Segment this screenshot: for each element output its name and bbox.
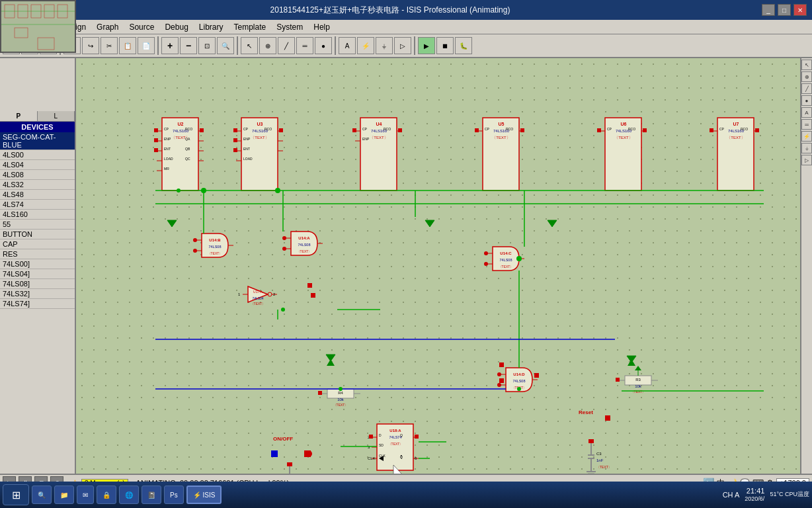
menu-template[interactable]: Template: [229, 21, 272, 33]
simulate-button[interactable]: ▶: [418, 37, 435, 54]
taskbar-files[interactable]: 📁: [54, 486, 74, 504]
device-74ls74[interactable]: 74LS74]: [0, 299, 75, 309]
svg-text:LOAD: LOAD: [243, 157, 253, 161]
device-4ls160[interactable]: 4LS160: [0, 210, 75, 220]
power-button[interactable]: ⚡: [357, 37, 374, 54]
zoom-out-button[interactable]: −: [180, 37, 197, 54]
toolbar-sep-2: [157, 36, 159, 55]
label-tool[interactable]: A: [801, 107, 812, 118]
bus-tool[interactable]: ═: [801, 119, 812, 130]
redo-button[interactable]: ↪: [82, 37, 99, 54]
svg-text:C3: C3: [596, 452, 602, 456]
ground-tool[interactable]: ⏚: [801, 143, 812, 153]
svg-text:U5: U5: [499, 122, 505, 126]
svg-text:〈TEXT〉: 〈TEXT〉: [499, 265, 514, 269]
svg-text:74LS08: 74LS08: [500, 258, 512, 262]
taskbar-mail[interactable]: ✉: [77, 486, 94, 504]
menu-graph[interactable]: Graph: [91, 21, 124, 33]
menu-debug[interactable]: Debug: [159, 21, 193, 33]
svg-rect-52: [279, 128, 283, 132]
tab-l[interactable]: L: [38, 111, 75, 121]
svg-text:U14:C: U14:C: [500, 251, 512, 255]
svg-text:ENP: ENP: [164, 137, 171, 141]
device-4ls48[interactable]: 4LS48: [0, 190, 75, 200]
svg-text:Reset: Reset: [579, 409, 593, 415]
device-4ls04[interactable]: 4LS04: [0, 160, 75, 170]
paste-button[interactable]: 📄: [138, 37, 155, 54]
wire-button[interactable]: ╱: [278, 37, 295, 54]
device-4ls74[interactable]: 4LS74: [0, 200, 75, 210]
device-74ls08[interactable]: 74LS08]: [0, 279, 75, 289]
svg-point-201: [305, 450, 312, 457]
select-tool[interactable]: ↖: [801, 60, 812, 70]
svg-rect-37: [200, 128, 204, 132]
junction-button[interactable]: ●: [315, 37, 332, 54]
schematic-area[interactable]: U2 74LS160 〈TEXT〉 CP ENP ENT LOAD MR: [76, 58, 800, 474]
device-74ls00[interactable]: 74LS00]: [0, 259, 75, 269]
device-4ls32[interactable]: 4LS32: [0, 180, 75, 190]
svg-text:Q: Q: [400, 433, 403, 437]
svg-rect-51: [233, 148, 237, 152]
port-button[interactable]: ▷: [394, 37, 411, 54]
device-4ls00[interactable]: 4LS00: [0, 150, 75, 160]
svg-point-127: [484, 251, 488, 255]
minimize-button[interactable]: _: [762, 4, 775, 16]
window-controls[interactable]: _ □ ✕: [762, 4, 807, 16]
taskbar-security[interactable]: 🔒: [97, 486, 116, 504]
device-74ls32[interactable]: 74LS32]: [0, 289, 75, 299]
svg-text:U7: U7: [733, 122, 739, 126]
device-74ls04[interactable]: 74LS04]: [0, 269, 75, 279]
svg-rect-34: [154, 128, 158, 132]
toolbar-sep-4: [335, 36, 336, 55]
bus-button[interactable]: ═: [296, 37, 313, 54]
right-tools-panel: ↖ ⊕ ╱ ● A ═ ⚡ ⏚ ▷: [800, 58, 812, 474]
taskbar-photoshop[interactable]: Ps: [164, 486, 184, 504]
device-4ls08[interactable]: 4LS08: [0, 170, 75, 180]
copy-button[interactable]: 📋: [119, 37, 136, 54]
svg-rect-96: [710, 128, 713, 132]
taskbar-search[interactable]: 🔍: [32, 486, 52, 504]
cut-button[interactable]: ✂: [101, 37, 118, 54]
arrow-button[interactable]: ↖: [241, 37, 258, 54]
zoom-fit-button[interactable]: ⊡: [198, 37, 216, 54]
menu-library[interactable]: Library: [194, 21, 229, 33]
menu-bar: Edit Tools Design Graph Source Debug Lib…: [0, 20, 812, 34]
junction-tool[interactable]: ●: [801, 95, 812, 106]
device-res[interactable]: RES: [0, 249, 75, 259]
taskbar-browser[interactable]: 🌐: [119, 486, 139, 504]
menu-help[interactable]: Help: [308, 21, 335, 33]
ground-button[interactable]: ⏚: [376, 37, 393, 54]
maximize-button[interactable]: □: [778, 4, 791, 16]
component-button[interactable]: ⊕: [259, 37, 276, 54]
zoom-in-button[interactable]: +: [161, 37, 179, 54]
start-button[interactable]: ⊞: [3, 484, 29, 505]
port-tool[interactable]: ▷: [801, 155, 812, 165]
taskbar-isis[interactable]: ⚡ ISIS: [186, 486, 222, 504]
device-55[interactable]: 55: [0, 220, 75, 230]
devices-header: DEVICES: [0, 122, 75, 132]
label-button[interactable]: A: [339, 37, 356, 54]
menu-system[interactable]: System: [271, 21, 308, 33]
stop-button[interactable]: ⏹: [436, 37, 454, 54]
window-title: 20181544125+赵玉妍+电子秒表电路 - ISIS Profession…: [270, 5, 510, 16]
svg-point-254: [517, 387, 521, 391]
zoom-area-button[interactable]: 🔍: [217, 37, 234, 54]
device-seg-com[interactable]: SEG-COM-CAT-BLUE: [0, 132, 75, 150]
menu-source[interactable]: Source: [124, 21, 159, 33]
mini-preview: [0, 0, 76, 53]
tab-p[interactable]: P: [0, 111, 38, 121]
svg-text:CP: CP: [719, 127, 725, 131]
svg-text:1nF: 1nF: [596, 458, 604, 462]
device-button[interactable]: BUTTON: [0, 230, 75, 239]
power-tool[interactable]: ⚡: [801, 131, 812, 142]
svg-rect-76: [475, 128, 479, 132]
component-tool[interactable]: ⊕: [801, 71, 812, 82]
taskbar-clock: 21:41 2020/6/: [745, 486, 764, 503]
svg-point-247: [275, 188, 280, 193]
wire-tool[interactable]: ╱: [801, 83, 812, 94]
close-button[interactable]: ✕: [793, 4, 807, 16]
debug-btn[interactable]: 🐛: [455, 37, 472, 54]
device-cap[interactable]: CAP: [0, 239, 75, 249]
taskbar-onenote[interactable]: 📓: [142, 486, 161, 504]
taskbar-ime[interactable]: CH A: [723, 491, 740, 499]
